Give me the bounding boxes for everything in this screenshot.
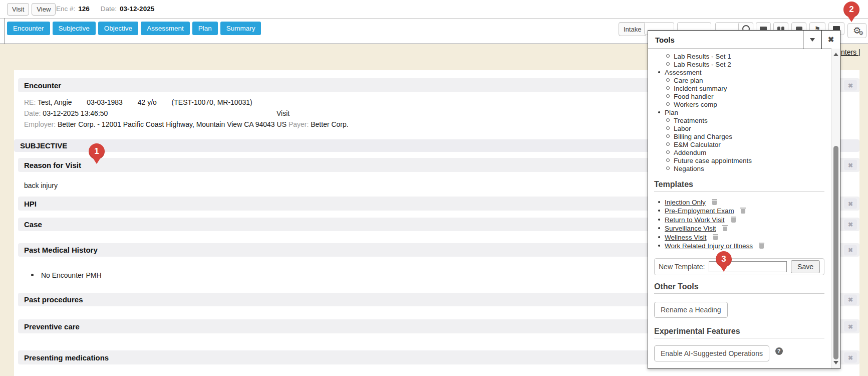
case-heading: Case: [18, 220, 42, 229]
gear-small-icon: ⚙: [858, 31, 863, 36]
outline-item[interactable]: Lab Results - Set 2: [654, 61, 828, 69]
template-item: Surveillance Visit: [654, 224, 828, 233]
template-link[interactable]: Pre-Employment Exam: [665, 207, 734, 215]
close-icon[interactable]: ✖: [844, 199, 857, 209]
top-bar: Visit View Enc #: 126 Date: 03-12-2025: [0, 0, 868, 18]
outline-item[interactable]: Workers comp: [654, 101, 828, 109]
outline-item[interactable]: Future case appointments: [654, 157, 828, 165]
trash-icon[interactable]: [759, 242, 764, 249]
close-icon[interactable]: ✖: [844, 245, 857, 255]
outline-item[interactable]: Treatments: [654, 117, 828, 125]
template-link[interactable]: Work Related Injury or Illness: [665, 242, 753, 250]
patient-age: 42 y/o: [138, 98, 157, 106]
trash-icon[interactable]: [740, 207, 746, 214]
enc-date-value: 03-12-2025: [120, 5, 154, 13]
template-item: Injection Only: [654, 198, 828, 207]
encounter-heading: Encounter: [18, 81, 61, 90]
soap-tab[interactable]: Encounter: [7, 22, 50, 35]
rename-heading-button[interactable]: Rename a Heading: [654, 302, 728, 318]
left-divider: [4, 18, 5, 44]
annotation-marker-3: 3: [716, 251, 732, 267]
templates-heading: Templates: [654, 180, 828, 189]
close-icon[interactable]: ✖: [844, 80, 857, 91]
templates-list: Injection OnlyPre-Employment ExamReturn …: [654, 198, 828, 250]
outline-item[interactable]: Billing and Charges: [654, 133, 828, 141]
template-link[interactable]: Return to Work Visit: [665, 216, 725, 224]
annotation-marker-2: 2: [843, 2, 859, 18]
subjective-heading: SUBJECTIVE: [14, 141, 67, 150]
tools-gear-button[interactable]: ⚙ ⚙: [847, 23, 866, 38]
patient-ids: (TEST-10070, MR-10031): [172, 98, 252, 106]
trash-icon[interactable]: [731, 216, 736, 223]
outline-item[interactable]: E&M Calculator: [654, 141, 828, 149]
re-label: RE:: [24, 98, 36, 106]
soap-tab[interactable]: Plan: [192, 22, 218, 35]
soap-tab[interactable]: Summary: [220, 22, 261, 35]
new-template-label: New Template:: [659, 263, 705, 271]
reason-heading: Reason for Visit: [18, 161, 81, 169]
enc-number-value: 126: [78, 5, 90, 13]
scroll-up-arrow-icon[interactable]: [832, 50, 840, 58]
outline-item[interactable]: Labor: [654, 125, 828, 133]
date-line: Date: 03-12-2025 13:46:50: [24, 109, 108, 117]
tools-panel-body: Lab Results - Set 1Lab Results - Set 2As…: [648, 49, 831, 368]
reason-value: back injury: [24, 181, 58, 190]
scroll-down-arrow-icon[interactable]: [832, 359, 840, 367]
template-item: Pre-Employment Exam: [654, 207, 828, 215]
section-outline-list: Lab Results - Set 1Lab Results - Set 2As…: [654, 53, 828, 173]
chevron-down-icon: [810, 38, 815, 44]
other-tools-divider: [654, 293, 824, 294]
help-icon[interactable]: ?: [775, 347, 783, 355]
outline-item[interactable]: Negations: [654, 165, 828, 173]
experimental-heading: Experimental Features: [654, 327, 828, 336]
template-link[interactable]: Surveillance Visit: [665, 225, 716, 232]
patient-line: RE: Test, Angie 03-03-1983 42 y/o (TEST-…: [24, 98, 252, 106]
template-link[interactable]: Wellness Visit: [665, 234, 707, 241]
save-template-button[interactable]: Save: [791, 260, 820, 273]
encounters-link[interactable]: nters |: [841, 48, 860, 56]
intake-button[interactable]: Intake: [619, 22, 646, 36]
enable-ai-button[interactable]: Enable AI-Suggested Operations: [654, 345, 769, 361]
templates-divider: [654, 191, 824, 192]
close-icon[interactable]: ✖: [844, 219, 857, 230]
close-icon[interactable]: ✖: [844, 294, 857, 305]
close-panel-button[interactable]: ✖: [821, 31, 840, 49]
visit-button[interactable]: Visit: [7, 3, 29, 16]
outline-item[interactable]: Incident summary: [654, 85, 828, 93]
soap-tab[interactable]: Objective: [98, 22, 138, 35]
close-icon[interactable]: ✖: [844, 321, 857, 332]
pmh-item: No Encounter PMH: [31, 271, 102, 279]
soap-tab[interactable]: Subjective: [53, 22, 96, 35]
view-button[interactable]: View: [32, 3, 56, 16]
outline-item[interactable]: Lab Results - Set 1: [654, 53, 828, 61]
outline-item[interactable]: Plan: [654, 109, 828, 117]
tools-panel-title: Tools: [648, 36, 803, 44]
enc-number-label: Enc #:: [56, 5, 75, 13]
panel-scrollbar[interactable]: [831, 49, 840, 368]
presenting-meds-heading: Presenting medications: [18, 353, 109, 362]
past-procedures-heading: Past procedures: [18, 295, 83, 304]
soap-tabs: EncounterSubjectiveObjectiveAssessmentPl…: [7, 22, 261, 35]
close-icon[interactable]: ✖: [844, 352, 857, 363]
scrollbar-thumb[interactable]: [833, 146, 838, 359]
preventive-heading: Preventive care: [18, 322, 80, 331]
hpi-heading: HPI: [18, 200, 37, 208]
outline-item[interactable]: Food handler: [654, 93, 828, 101]
template-link[interactable]: Injection Only: [665, 199, 706, 206]
collapse-panel-button[interactable]: [803, 31, 821, 49]
trash-icon[interactable]: [713, 234, 718, 240]
employer-label: Employer:: [24, 120, 56, 128]
template-item: Work Related Injury or Illness: [654, 242, 828, 250]
outline-item[interactable]: Care plan: [654, 77, 828, 85]
outline-item[interactable]: Addendum: [654, 149, 828, 157]
soap-tab[interactable]: Assessment: [141, 22, 190, 35]
outline-item[interactable]: Assessment: [654, 69, 828, 77]
close-icon[interactable]: ✖: [844, 160, 857, 170]
enc-date-label: Date:: [101, 5, 117, 13]
payer-value: Better Corp.: [311, 120, 348, 128]
trash-icon[interactable]: [722, 225, 728, 231]
app-screen: Visit View Enc #: 126 Date: 03-12-2025 E…: [0, 0, 868, 376]
trash-icon[interactable]: [712, 199, 717, 205]
tools-panel-header[interactable]: Tools ✖: [648, 31, 840, 49]
date-value: 03-12-2025 13:46:50: [43, 109, 108, 117]
